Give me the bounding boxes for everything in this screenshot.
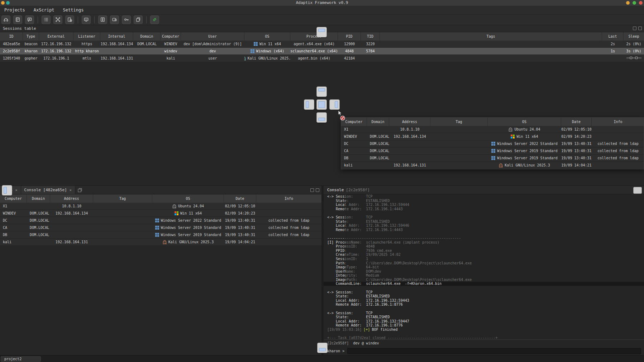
- toolbar-files-button[interactable]: [134, 15, 143, 24]
- close-panel-icon[interactable]: [638, 27, 642, 30]
- os-label: Ubuntu 24.04: [178, 204, 204, 208]
- dock-guide-down[interactable]: [316, 112, 327, 123]
- float-panel-icon[interactable]: [633, 27, 636, 30]
- toolbar-devices-button[interactable]: [110, 15, 119, 24]
- toolbar-notebook-button[interactable]: [13, 15, 22, 24]
- table-row[interactable]: CADOM.LOCALWindows Server 2019 Standard1…: [341, 147, 644, 155]
- table-row[interactable]: X110.8.1.10Ubuntu 24.0402/09 12:05:10: [341, 126, 644, 133]
- cell-computer: WINDEV: [161, 42, 181, 46]
- column-header-computer[interactable]: Computer: [0, 194, 27, 203]
- column-header-os[interactable]: OS: [488, 118, 561, 126]
- menu-item-projects[interactable]: Projects: [0, 6, 29, 14]
- cell-os: Kali GNU/Linux 2025.3: [488, 163, 561, 168]
- toolbar-separator: [94, 16, 95, 23]
- column-header-domain[interactable]: Domain: [133, 32, 161, 41]
- table-row[interactable]: X110.8.1.10Ubuntu 24.0402/09 12:05:10: [0, 203, 321, 210]
- table-row[interactable]: CADOM.LOCALWindows Server 2019 Standard1…: [0, 224, 321, 231]
- column-header-internal[interactable]: Internal: [100, 32, 133, 41]
- float-panel-icon[interactable]: [310, 188, 314, 192]
- column-header-domain[interactable]: Domain: [27, 194, 50, 203]
- console-tabbar: Console [2c2e958f]: [324, 186, 644, 194]
- table-row[interactable]: kali192.168.164.131Kali GNU/Linux 2025.3…: [341, 162, 644, 169]
- console-line: [324, 286, 644, 290]
- command-input[interactable]: [347, 348, 641, 354]
- cell-address: 10.8.1.10: [50, 204, 93, 208]
- console-line: Local Addr: 172.16.196.132:59444: [324, 203, 644, 207]
- tab-console-482ea65e-[interactable]: Console [482ea65e]✕: [21, 186, 75, 194]
- toolbar-link-button[interactable]: [150, 15, 159, 24]
- cell-os: Windows Server 2022 Standard: [488, 142, 561, 146]
- table-row[interactable]: WINDEVDOM.LOCAL192.168.164.134Win 11 x64…: [341, 133, 644, 140]
- toolbar-table-list-button[interactable]: [42, 15, 51, 24]
- toolbar-tunnel-button[interactable]: [98, 15, 107, 24]
- dock-guide-left[interactable]: [304, 99, 314, 110]
- column-header-tag[interactable]: Tag: [430, 118, 488, 126]
- dock-guide-left-edge[interactable]: [2, 185, 12, 196]
- column-header-os[interactable]: OS: [152, 194, 224, 203]
- console-tab-label[interactable]: Console: [327, 188, 344, 192]
- console-line: [324, 332, 644, 336]
- detach-tab-icon[interactable]: [75, 186, 85, 194]
- tab-close-icon[interactable]: ✕: [15, 188, 18, 192]
- menu-item-settings[interactable]: Settings: [59, 6, 88, 14]
- column-header-tid[interactable]: TID: [361, 32, 380, 41]
- column-header-id[interactable]: ID: [0, 32, 23, 41]
- dock-guide-center[interactable]: [316, 99, 327, 110]
- cell-listener: https: [73, 42, 100, 46]
- table-row[interactable]: 1205f340gopher172.16.196.1mtls192.168.16…: [0, 55, 644, 62]
- menu-item-axscript[interactable]: AxScript: [29, 6, 59, 14]
- toolbar-screen-button[interactable]: [82, 15, 91, 24]
- table-row[interactable]: DCDOM.LOCALWindows Server 2022 Standard1…: [0, 217, 321, 224]
- column-header-user[interactable]: User: [181, 32, 244, 41]
- table-row[interactable]: DBDOM.LOCALWindows Server 2019 Standard1…: [341, 155, 644, 162]
- toolbar-key-button[interactable]: [122, 15, 131, 24]
- column-header-tags[interactable]: Tags: [380, 32, 602, 41]
- column-header-address[interactable]: Address: [50, 194, 93, 203]
- dock-guide-bottom-edge[interactable]: [317, 343, 328, 353]
- cell-date: 19/09 13:40:31: [561, 142, 592, 146]
- cell-date: 19/09 13:40:31: [224, 233, 256, 237]
- table-row[interactable]: 2c2e958fkharon172.16.196.132http_kharonw…: [0, 48, 644, 55]
- column-header-pid[interactable]: PID: [338, 32, 361, 41]
- cell-computer: WINDEV: [0, 211, 27, 215]
- toolbar-chat-button[interactable]: [25, 15, 34, 24]
- column-header-last[interactable]: Last: [602, 32, 624, 41]
- dock-guide-top-edge[interactable]: [316, 27, 327, 37]
- column-header-os[interactable]: OS: [244, 32, 290, 41]
- column-header-address[interactable]: Address: [389, 118, 430, 126]
- column-header-computer[interactable]: Computer: [161, 32, 181, 41]
- project-chip[interactable]: project2: [1, 356, 41, 362]
- cell-info: collected from ldap: [256, 218, 321, 222]
- table-row[interactable]: kali192.168.164.131Kali GNU/Linux 2025.3…: [0, 239, 321, 246]
- toolbar-tasks-button[interactable]: [65, 15, 74, 24]
- column-header-info[interactable]: Info: [256, 194, 321, 203]
- table-row[interactable]: WINDEVDOM.LOCAL192.168.164.134Win 11 x64…: [0, 210, 321, 217]
- console-output[interactable]: <-> Session: TCP State: ESTABLISHED Loca…: [324, 194, 644, 339]
- close-panel-icon[interactable]: [316, 188, 319, 192]
- column-header-sleep[interactable]: Sleep: [624, 32, 644, 41]
- scrollbar-thumb[interactable]: [633, 187, 642, 194]
- table-row[interactable]: DCDOM.LOCALWindows Server 2022 Standard1…: [341, 140, 644, 147]
- dock-guide-up[interactable]: [316, 86, 327, 97]
- column-header-info[interactable]: Info: [592, 118, 644, 126]
- close-button[interactable]: [639, 1, 643, 5]
- table-row[interactable]: 482ea65ebeacon172.16.196.132https192.168…: [0, 41, 644, 48]
- column-header-listener[interactable]: Listener: [73, 32, 100, 41]
- tab-close-icon[interactable]: ✕: [70, 188, 72, 192]
- column-header-date[interactable]: Date: [224, 194, 256, 203]
- column-header-process[interactable]: Process: [290, 32, 338, 41]
- dock-guide-right[interactable]: [329, 99, 340, 110]
- maximize-button[interactable]: [633, 1, 636, 5]
- column-header-tag[interactable]: Tag: [93, 194, 152, 203]
- column-header-domain[interactable]: Domain: [367, 118, 389, 126]
- column-header-external[interactable]: External: [39, 32, 73, 41]
- floating-hosts-table[interactable]: ComputerDomainAddressTagOSDateInfoX110.8…: [341, 117, 644, 169]
- column-header-type[interactable]: Type: [23, 32, 39, 41]
- cell-external: 172.16.196.132: [39, 42, 73, 46]
- toolbar-headset-button[interactable]: [1, 15, 10, 24]
- toolbar-graph-button[interactable]: [53, 15, 62, 24]
- windows-blue-icon: [254, 42, 258, 46]
- minimize-button[interactable]: [626, 1, 630, 5]
- table-row[interactable]: DBDOM.LOCALWindows Server 2019 Standard1…: [0, 231, 321, 239]
- column-header-date[interactable]: Date: [561, 118, 592, 126]
